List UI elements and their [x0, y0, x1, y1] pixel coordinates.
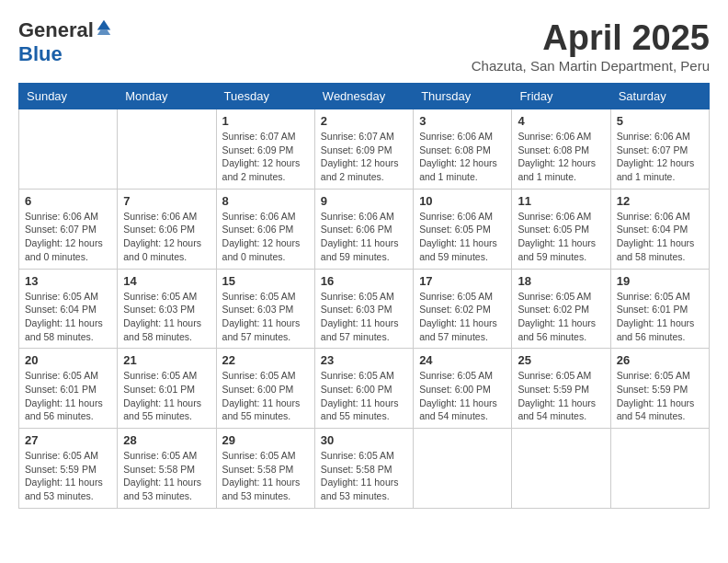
day-info: Sunrise: 6:05 AM Sunset: 6:02 PM Dayligh… [518, 290, 604, 344]
day-number: 18 [518, 274, 604, 288]
day-info: Sunrise: 6:06 AM Sunset: 6:06 PM Dayligh… [123, 210, 210, 264]
calendar-header-row: SundayMondayTuesdayWednesdayThursdayFrid… [19, 84, 710, 109]
calendar-cell: 5Sunrise: 6:06 AM Sunset: 6:07 PM Daylig… [610, 109, 709, 190]
day-info: Sunrise: 6:07 AM Sunset: 6:09 PM Dayligh… [222, 130, 309, 184]
calendar-cell [118, 109, 216, 190]
calendar-cell: 2Sunrise: 6:07 AM Sunset: 6:09 PM Daylig… [314, 109, 413, 190]
calendar-cell [610, 429, 709, 509]
day-number: 11 [518, 194, 604, 208]
day-info: Sunrise: 6:05 AM Sunset: 6:03 PM Dayligh… [123, 290, 210, 344]
day-info: Sunrise: 6:05 AM Sunset: 6:00 PM Dayligh… [222, 369, 309, 423]
day-number: 23 [321, 353, 407, 367]
day-number: 6 [25, 194, 111, 208]
calendar-cell: 28Sunrise: 6:05 AM Sunset: 5:58 PM Dayli… [118, 429, 216, 509]
day-info: Sunrise: 6:06 AM Sunset: 6:07 PM Dayligh… [617, 130, 703, 184]
day-info: Sunrise: 6:05 AM Sunset: 6:01 PM Dayligh… [25, 369, 111, 423]
calendar-cell: 19Sunrise: 6:05 AM Sunset: 6:01 PM Dayli… [610, 269, 709, 349]
calendar-cell: 8Sunrise: 6:06 AM Sunset: 6:06 PM Daylig… [216, 189, 314, 269]
day-info: Sunrise: 6:06 AM Sunset: 6:05 PM Dayligh… [419, 210, 506, 264]
page-header: General Blue April 2025 Chazuta, San Mar… [18, 18, 710, 74]
logo-blue-text: Blue [18, 42, 63, 66]
day-number: 16 [321, 274, 407, 288]
calendar-cell [19, 109, 118, 190]
day-number: 20 [25, 353, 111, 367]
calendar-cell: 20Sunrise: 6:05 AM Sunset: 6:01 PM Dayli… [19, 349, 118, 429]
calendar-cell: 18Sunrise: 6:05 AM Sunset: 6:02 PM Dayli… [512, 269, 610, 349]
day-number: 2 [321, 114, 407, 128]
calendar-cell [414, 429, 512, 509]
weekday-header-saturday: Saturday [610, 84, 709, 109]
title-area: April 2025 Chazuta, San Martin Departmen… [472, 18, 710, 74]
day-info: Sunrise: 6:05 AM Sunset: 6:01 PM Dayligh… [617, 290, 703, 344]
calendar-cell: 17Sunrise: 6:05 AM Sunset: 6:02 PM Dayli… [414, 269, 512, 349]
logo: General Blue [18, 18, 112, 66]
day-number: 7 [123, 194, 210, 208]
calendar-cell: 13Sunrise: 6:05 AM Sunset: 6:04 PM Dayli… [19, 269, 118, 349]
day-info: Sunrise: 6:06 AM Sunset: 6:04 PM Dayligh… [617, 210, 703, 264]
calendar-cell: 21Sunrise: 6:05 AM Sunset: 6:01 PM Dayli… [118, 349, 216, 429]
weekday-header-monday: Monday [118, 84, 216, 109]
day-info: Sunrise: 6:05 AM Sunset: 6:01 PM Dayligh… [123, 369, 210, 423]
day-info: Sunrise: 6:06 AM Sunset: 6:07 PM Dayligh… [25, 210, 111, 264]
calendar-cell: 15Sunrise: 6:05 AM Sunset: 6:03 PM Dayli… [216, 269, 314, 349]
calendar-cell: 27Sunrise: 6:05 AM Sunset: 5:59 PM Dayli… [19, 429, 118, 509]
day-number: 25 [518, 353, 604, 367]
weekday-header-friday: Friday [512, 84, 610, 109]
calendar-cell: 23Sunrise: 6:05 AM Sunset: 6:00 PM Dayli… [314, 349, 413, 429]
calendar-week-row: 20Sunrise: 6:05 AM Sunset: 6:01 PM Dayli… [19, 349, 710, 429]
day-number: 12 [617, 194, 703, 208]
day-number: 1 [222, 114, 309, 128]
day-number: 24 [419, 353, 506, 367]
day-number: 26 [617, 353, 703, 367]
day-info: Sunrise: 6:05 AM Sunset: 6:03 PM Dayligh… [321, 290, 407, 344]
calendar-cell: 10Sunrise: 6:06 AM Sunset: 6:05 PM Dayli… [414, 189, 512, 269]
calendar-cell: 1Sunrise: 6:07 AM Sunset: 6:09 PM Daylig… [216, 109, 314, 190]
day-number: 5 [617, 114, 703, 128]
day-number: 15 [222, 274, 309, 288]
day-number: 19 [617, 274, 703, 288]
calendar-table: SundayMondayTuesdayWednesdayThursdayFrid… [18, 83, 710, 509]
location-text: Chazuta, San Martin Department, Peru [472, 58, 710, 74]
day-info: Sunrise: 6:05 AM Sunset: 6:03 PM Dayligh… [222, 290, 309, 344]
calendar-cell: 14Sunrise: 6:05 AM Sunset: 6:03 PM Dayli… [118, 269, 216, 349]
calendar-cell: 6Sunrise: 6:06 AM Sunset: 6:07 PM Daylig… [19, 189, 118, 269]
calendar-cell [512, 429, 610, 509]
day-number: 8 [222, 194, 309, 208]
day-number: 10 [419, 194, 506, 208]
day-info: Sunrise: 6:05 AM Sunset: 6:02 PM Dayligh… [419, 290, 506, 344]
calendar-cell: 3Sunrise: 6:06 AM Sunset: 6:08 PM Daylig… [414, 109, 512, 190]
day-info: Sunrise: 6:06 AM Sunset: 6:05 PM Dayligh… [518, 210, 604, 264]
calendar-cell: 7Sunrise: 6:06 AM Sunset: 6:06 PM Daylig… [118, 189, 216, 269]
day-info: Sunrise: 6:05 AM Sunset: 6:00 PM Dayligh… [321, 369, 407, 423]
month-title: April 2025 [472, 18, 710, 58]
calendar-cell: 4Sunrise: 6:06 AM Sunset: 6:08 PM Daylig… [512, 109, 610, 190]
calendar-week-row: 6Sunrise: 6:06 AM Sunset: 6:07 PM Daylig… [19, 189, 710, 269]
day-info: Sunrise: 6:05 AM Sunset: 5:59 PM Dayligh… [518, 369, 604, 423]
day-info: Sunrise: 6:05 AM Sunset: 5:58 PM Dayligh… [123, 449, 210, 503]
calendar-week-row: 1Sunrise: 6:07 AM Sunset: 6:09 PM Daylig… [19, 109, 710, 190]
weekday-header-tuesday: Tuesday [216, 84, 314, 109]
calendar-cell: 29Sunrise: 6:05 AM Sunset: 5:58 PM Dayli… [216, 429, 314, 509]
svg-marker-1 [97, 30, 110, 35]
day-info: Sunrise: 6:06 AM Sunset: 6:08 PM Dayligh… [518, 130, 604, 184]
weekday-header-wednesday: Wednesday [314, 84, 413, 109]
calendar-cell: 9Sunrise: 6:06 AM Sunset: 6:06 PM Daylig… [314, 189, 413, 269]
day-number: 13 [25, 274, 111, 288]
svg-marker-0 [97, 20, 110, 30]
day-number: 27 [25, 433, 111, 447]
day-info: Sunrise: 6:06 AM Sunset: 6:06 PM Dayligh… [321, 210, 407, 264]
calendar-week-row: 13Sunrise: 6:05 AM Sunset: 6:04 PM Dayli… [19, 269, 710, 349]
day-number: 30 [321, 433, 407, 447]
logo-general-text: General [18, 18, 94, 42]
calendar-cell: 25Sunrise: 6:05 AM Sunset: 5:59 PM Dayli… [512, 349, 610, 429]
weekday-header-thursday: Thursday [414, 84, 512, 109]
day-info: Sunrise: 6:05 AM Sunset: 5:58 PM Dayligh… [321, 449, 407, 503]
day-info: Sunrise: 6:06 AM Sunset: 6:08 PM Dayligh… [419, 130, 506, 184]
calendar-cell: 30Sunrise: 6:05 AM Sunset: 5:58 PM Dayli… [314, 429, 413, 509]
logo-icon [96, 18, 112, 35]
day-number: 3 [419, 114, 506, 128]
day-number: 9 [321, 194, 407, 208]
day-info: Sunrise: 6:05 AM Sunset: 5:58 PM Dayligh… [222, 449, 309, 503]
day-number: 22 [222, 353, 309, 367]
day-info: Sunrise: 6:05 AM Sunset: 6:04 PM Dayligh… [25, 290, 111, 344]
